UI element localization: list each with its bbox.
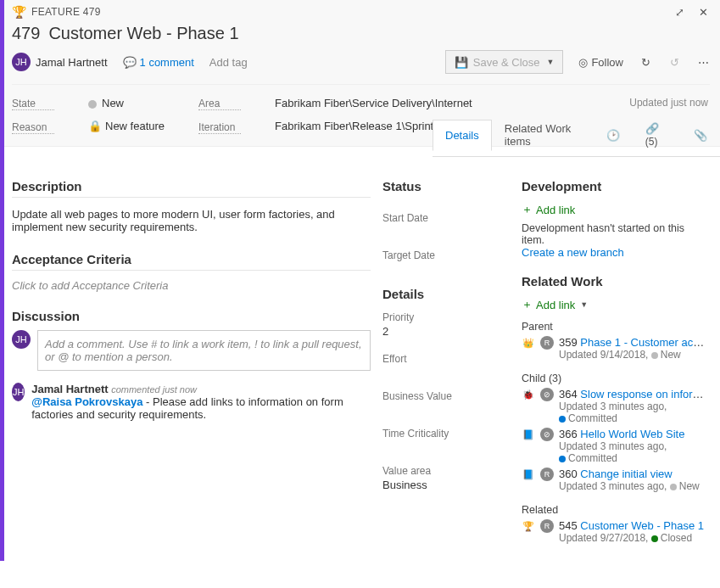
- avatar: ⊘: [540, 428, 554, 441]
- bug-icon: 🐞: [522, 388, 535, 401]
- avatar: JH: [12, 383, 25, 401]
- state-value[interactable]: New: [88, 97, 165, 109]
- attachment-icon: 📎: [694, 129, 707, 142]
- comment-item: JH Jamal Hartnett commented just now @Ra…: [12, 383, 371, 421]
- area-value[interactable]: Fabrikam Fiber\Service Delivery\Internet: [275, 97, 595, 109]
- priority-value[interactable]: 2: [382, 325, 510, 338]
- avatar: JH: [12, 53, 31, 71]
- avatar: R: [540, 519, 554, 533]
- value-area-label: Value area: [382, 465, 510, 477]
- tab-links[interactable]: 🔗 (5): [633, 113, 681, 156]
- reason-label: Reason: [12, 121, 54, 134]
- avatar: R: [540, 336, 554, 350]
- plus-icon: ＋: [522, 297, 533, 312]
- save-close-button[interactable]: 💾 Save & Close ▼: [445, 50, 564, 74]
- target-date-field[interactable]: Target Date: [382, 249, 510, 261]
- lock-icon: 🔒: [88, 120, 102, 132]
- comments-button[interactable]: 💬 1 comment: [123, 56, 194, 69]
- feature-icon: 🏆: [522, 519, 535, 533]
- effort-field[interactable]: Effort: [382, 353, 510, 365]
- related-item[interactable]: 🏆 R 545 Customer Web - Phase 1 Updated 9…: [522, 519, 708, 544]
- add-link-related[interactable]: ＋Add link▼: [522, 297, 708, 312]
- start-date-field[interactable]: Start Date: [382, 212, 510, 224]
- development-heading: Development: [522, 179, 708, 197]
- epic-icon: 👑: [522, 336, 535, 350]
- discussion-input[interactable]: Add a comment. Use # to link a work item…: [37, 330, 371, 371]
- time-criticality-field[interactable]: Time Criticality: [382, 428, 510, 440]
- related-item[interactable]: 🐞 ⊘ 364 Slow response on inform... Updat…: [522, 388, 708, 424]
- undo-icon[interactable]: ↺: [667, 55, 681, 69]
- business-value-field[interactable]: Business Value: [382, 390, 510, 402]
- eye-icon: ◎: [578, 56, 588, 69]
- tab-history[interactable]: 🕑: [594, 120, 633, 150]
- restore-icon[interactable]: ⤢: [673, 5, 686, 19]
- assignee-picker[interactable]: JH Jamal Hartnett: [12, 53, 108, 71]
- value-area-value[interactable]: Business: [382, 479, 510, 491]
- status-heading: Status: [382, 179, 510, 197]
- follow-button[interactable]: ◎ Follow: [578, 56, 623, 69]
- create-branch-link[interactable]: Create a new branch: [522, 246, 708, 259]
- avatar: JH: [12, 330, 31, 349]
- pbi-icon: 📘: [522, 428, 535, 441]
- close-icon[interactable]: ✕: [696, 5, 710, 19]
- related-work-heading: Related Work: [522, 274, 708, 292]
- history-icon: 🕑: [606, 129, 620, 142]
- related-section-label: Related: [522, 504, 708, 516]
- priority-label: Priority: [382, 311, 510, 323]
- avatar: ⊘: [540, 388, 554, 401]
- add-tag[interactable]: Add tag: [209, 56, 248, 69]
- plus-icon: ＋: [522, 202, 533, 217]
- add-link-dev[interactable]: ＋Add link: [522, 202, 708, 217]
- chevron-down-icon: ▼: [580, 300, 588, 309]
- comment-icon: 💬: [123, 56, 137, 69]
- tab-related-work-items[interactable]: Related Work items: [492, 113, 594, 156]
- child-section-label: Child (3): [522, 372, 708, 384]
- breadcrumb: 🏆 FEATURE 479 ⤢ ✕: [12, 5, 710, 19]
- acceptance-heading: Acceptance Criteria: [12, 252, 371, 271]
- description-text[interactable]: Update all web pages to more modern UI, …: [12, 201, 371, 240]
- feature-icon: 🏆: [12, 5, 26, 19]
- related-item[interactable]: 👑 R 359 Phase 1 - Customer acce... Updat…: [522, 336, 708, 361]
- more-actions-icon[interactable]: ⋯: [696, 55, 710, 69]
- development-text: Development hasn't started on this item.: [522, 222, 708, 246]
- chevron-down-icon: ▼: [547, 58, 555, 66]
- avatar: R: [540, 468, 554, 481]
- tab-details[interactable]: Details: [433, 120, 492, 151]
- iteration-label: Iteration: [198, 121, 241, 134]
- parent-section-label: Parent: [522, 321, 708, 333]
- state-label: State: [12, 98, 54, 110]
- related-item[interactable]: 📘 R 360 Change initial view Updated 3 mi…: [522, 468, 708, 492]
- pbi-icon: 📘: [522, 468, 535, 481]
- description-heading: Description: [12, 179, 371, 198]
- page-title: 479 Customer Web - Phase 1: [12, 19, 710, 47]
- discussion-heading: Discussion: [12, 309, 371, 327]
- area-label: Area: [198, 98, 241, 110]
- details-heading: Details: [382, 287, 510, 305]
- mention-link[interactable]: @Raisa Pokrovskaya: [31, 395, 142, 408]
- link-icon: 🔗: [645, 122, 659, 135]
- related-item[interactable]: 📘 ⊘ 366 Hello World Web Site Updated 3 m…: [522, 428, 708, 464]
- acceptance-input[interactable]: Click to add Acceptance Criteria: [12, 274, 371, 297]
- refresh-icon[interactable]: ↻: [639, 55, 652, 69]
- save-icon: 💾: [455, 56, 468, 69]
- reason-value[interactable]: 🔒New feature: [88, 120, 165, 132]
- tab-attachments[interactable]: 📎: [681, 120, 720, 150]
